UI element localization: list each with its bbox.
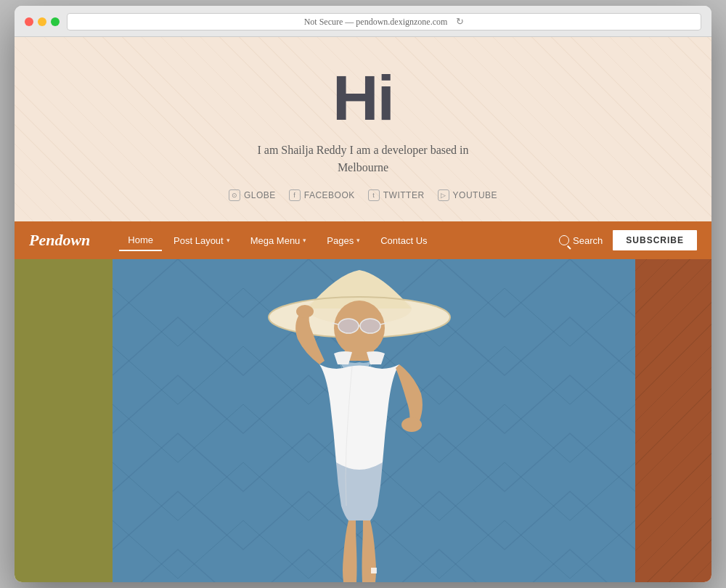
social-links: ⊙ GLOBE f FACEBOOK t TWITTER ▷ YOUTUBE [29,189,697,201]
subtitle-line1: I am Shailja Reddy I am a developer base… [257,144,468,156]
hero-title: Hi [29,66,697,130]
hero-image-area [15,259,711,582]
svg-point-6 [338,319,359,333]
nav-home[interactable]: Home [119,230,162,251]
nav-pages-label: Pages [327,235,354,246]
social-facebook[interactable]: f FACEBOOK [289,189,355,201]
left-color-panel [15,259,113,582]
navbar: Pendown Home Post Layout ▾ Mega Menu ▾ P… [15,221,711,259]
traffic-lights [25,17,60,26]
address-bar: Not Secure — pendown.dexignzone.com ↻ [67,13,701,30]
fashion-figure-svg [113,259,635,582]
facebook-label: FACEBOOK [304,190,355,200]
social-twitter[interactable]: t TWITTER [368,189,425,201]
facebook-icon: f [289,189,301,201]
refresh-icon[interactable]: ↻ [456,16,464,28]
browser-chrome: Not Secure — pendown.dexignzone.com ↻ [15,6,711,37]
subscribe-button[interactable]: SUBSCRIBE [613,230,697,250]
search-label: Search [573,235,603,246]
nav-search[interactable]: Search [559,235,603,246]
nav-right: Search SUBSCRIBE [559,230,697,250]
browser-window: Not Secure — pendown.dexignzone.com ↻ Hi… [15,6,711,582]
globe-icon: ⊙ [229,189,240,201]
pages-arrow-icon: ▾ [356,237,360,244]
nav-pages[interactable]: Pages ▾ [318,231,369,250]
nav-contact-us[interactable]: Contact Us [372,231,436,250]
svg-point-12 [401,417,422,432]
subtitle-line2: Melbourne [338,161,388,173]
youtube-label: YOUTUBE [453,190,498,200]
nav-mega-menu[interactable]: Mega Menu ▾ [242,231,316,250]
minimize-button[interactable] [38,17,46,26]
site-header: Hi I am Shailja Reddy I am a developer b… [15,37,711,221]
nav-brand[interactable]: Pendown [29,231,90,250]
svg-point-11 [296,305,314,318]
maximize-button[interactable] [51,17,60,26]
center-image-panel [113,259,635,582]
youtube-icon: ▷ [438,189,449,201]
scroll-indicator [371,568,377,573]
close-button[interactable] [25,17,33,26]
mega-menu-arrow-icon: ▾ [303,237,306,244]
nav-contact-us-label: Contact Us [380,235,427,246]
nav-home-label: Home [128,234,153,245]
svg-point-7 [360,319,380,333]
right-color-panel [635,259,711,582]
globe-label: GLOBE [244,190,276,200]
social-youtube[interactable]: ▷ YOUTUBE [438,189,498,201]
twitter-icon: t [368,189,380,201]
twitter-label: TWITTER [383,190,425,200]
address-text: Not Secure — pendown.dexignzone.com [304,17,448,28]
image-background [113,259,635,582]
nav-mega-menu-label: Mega Menu [250,235,301,246]
nav-menu: Home Post Layout ▾ Mega Menu ▾ Pages ▾ C… [119,230,559,251]
search-icon [559,235,569,245]
hero-subtitle: I am Shailja Reddy I am a developer base… [29,142,697,176]
nav-post-layout-label: Post Layout [174,235,224,246]
nav-post-layout[interactable]: Post Layout ▾ [165,231,239,250]
social-globe[interactable]: ⊙ GLOBE [229,189,276,201]
post-layout-arrow-icon: ▾ [227,237,230,244]
